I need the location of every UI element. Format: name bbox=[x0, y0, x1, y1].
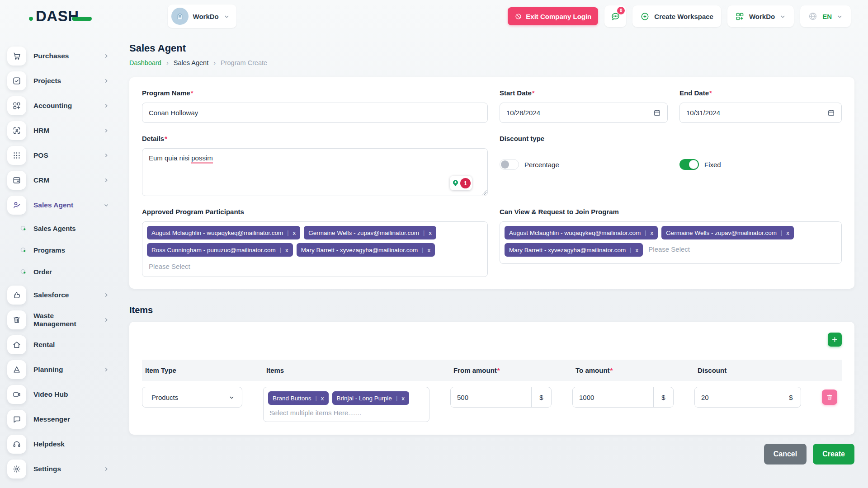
plus-circle-icon bbox=[640, 12, 650, 21]
fixed-toggle[interactable] bbox=[679, 159, 699, 170]
workspace-menu[interactable]: WorkDo bbox=[727, 5, 794, 27]
remove-tag-icon[interactable]: x bbox=[651, 230, 654, 236]
column-discount: Discount bbox=[694, 366, 801, 374]
from-amount-input[interactable] bbox=[451, 387, 531, 407]
suggestion-count-badge: 1 bbox=[460, 178, 471, 188]
top-bar: DASH WorkDo Exit Company Login 0 Create bbox=[0, 0, 868, 33]
grid-dots-icon bbox=[7, 146, 26, 165]
remove-tag-icon[interactable]: x bbox=[285, 247, 288, 253]
items-section-title: Items bbox=[129, 305, 854, 315]
remove-tag-icon[interactable]: x bbox=[293, 230, 296, 236]
breadcrumb: Dashboard › Sales Agent › Program Create bbox=[129, 59, 854, 66]
exit-company-login-button[interactable]: Exit Company Login bbox=[508, 7, 598, 25]
sidebar-item-planning[interactable]: Planning bbox=[7, 357, 115, 382]
items-multiselect[interactable]: Brand Buttons|x Brinjal - Long Purple|x … bbox=[263, 387, 429, 422]
sidebar-item-hrm[interactable]: HRM bbox=[7, 118, 115, 143]
add-item-row-button[interactable] bbox=[828, 333, 842, 347]
sidebar-item-projects[interactable]: Projects bbox=[7, 68, 115, 93]
main-content: Sales Agent Dashboard › Sales Agent › Pr… bbox=[118, 33, 868, 488]
create-workspace-label: Create Workspace bbox=[654, 13, 713, 20]
app-logo[interactable]: DASH bbox=[29, 8, 92, 25]
building-icon bbox=[175, 12, 184, 21]
percentage-toggle[interactable] bbox=[500, 159, 519, 170]
status-circle-icon bbox=[20, 225, 27, 232]
sidebar-item-settings[interactable]: Settings bbox=[7, 456, 115, 481]
exit-button-label: Exit Company Login bbox=[526, 13, 591, 20]
sidebar-item-helpdesk[interactable]: Helpdesk bbox=[7, 432, 115, 456]
program-name-input[interactable] bbox=[142, 103, 488, 123]
workspace-menu-label: WorkDo bbox=[749, 13, 775, 20]
participant-tag: Germaine Wells - zupav@mailinator.com|x bbox=[661, 226, 794, 239]
sidebar-item-salesforce[interactable]: Salesforce bbox=[7, 282, 115, 307]
discount-type-label: Discount type bbox=[500, 135, 842, 142]
sidebar-item-sales-agent[interactable]: Sales Agent bbox=[7, 192, 115, 217]
language-label: EN bbox=[822, 13, 832, 20]
sidebar-item-rental[interactable]: Rental bbox=[7, 332, 115, 357]
logo-dot bbox=[29, 17, 33, 21]
sidebar-subitem-programs[interactable]: Programs bbox=[7, 239, 115, 261]
remove-tag-icon[interactable]: x bbox=[786, 230, 789, 236]
remove-tag-icon[interactable]: x bbox=[427, 247, 430, 253]
language-menu[interactable]: EN bbox=[800, 5, 851, 27]
chevron-down-icon bbox=[228, 394, 235, 401]
participant-tag: August Mclaughlin - wuqaqykeq@mailinator… bbox=[147, 226, 300, 239]
discount-group: $ bbox=[694, 387, 801, 408]
create-button[interactable]: Create bbox=[813, 444, 854, 465]
calendar-icon[interactable] bbox=[827, 109, 835, 117]
sidebar-item-video-hub[interactable]: Video Hub bbox=[7, 382, 115, 407]
user-scan-icon bbox=[7, 121, 26, 140]
select-placeholder: Please Select bbox=[646, 243, 692, 255]
end-date-input[interactable]: 10/31/2024 bbox=[679, 103, 842, 123]
chevron-right-icon bbox=[103, 317, 109, 323]
item-tag: Brand Buttons|x bbox=[268, 391, 329, 405]
participant-tag: August Mclaughlin - wuqaqykeq@mailinator… bbox=[505, 226, 658, 239]
sidebar-item-purchases[interactable]: Purchases bbox=[7, 43, 115, 68]
participant-tag: Mary Barrett - xyvezagyha@mailinator.com… bbox=[505, 243, 643, 257]
sidebar-item-waste-management[interactable]: Waste Management bbox=[7, 307, 115, 332]
column-items: Items bbox=[263, 366, 429, 374]
sidebar: Purchases Projects Accounting HRM POS bbox=[0, 33, 118, 488]
breadcrumb-dashboard[interactable]: Dashboard bbox=[129, 59, 161, 66]
headset-icon bbox=[7, 435, 26, 454]
sidebar-subitem-sales-agents[interactable]: Sales Agents bbox=[7, 217, 115, 239]
sidebar-subitem-order[interactable]: Order bbox=[7, 261, 115, 282]
sidebar-item-pos[interactable]: POS bbox=[7, 143, 115, 168]
status-circle-icon bbox=[20, 247, 27, 253]
start-date-input[interactable]: 10/28/2024 bbox=[500, 103, 668, 123]
remove-tag-icon[interactable]: x bbox=[636, 247, 639, 253]
to-amount-input[interactable] bbox=[573, 387, 653, 407]
workspace-switcher[interactable]: WorkDo bbox=[168, 5, 236, 28]
to-amount-group: $ bbox=[572, 387, 674, 408]
remove-tag-icon[interactable]: x bbox=[401, 395, 405, 402]
breadcrumb-current: Program Create bbox=[221, 59, 267, 66]
approved-participants-select[interactable]: August Mclaughlin - wuqaqykeq@mailinator… bbox=[142, 221, 488, 277]
video-camera-icon bbox=[7, 385, 26, 404]
remove-tag-icon[interactable]: x bbox=[321, 395, 324, 402]
chevron-down-icon bbox=[223, 13, 230, 20]
start-date-label: Start Date* bbox=[500, 89, 668, 97]
percentage-option: Percentage bbox=[500, 159, 679, 170]
browser-card-icon bbox=[7, 171, 26, 190]
discount-input[interactable] bbox=[695, 387, 781, 407]
remove-tag-icon[interactable]: x bbox=[429, 230, 432, 236]
delete-row-button[interactable] bbox=[822, 389, 837, 405]
user-check-icon bbox=[7, 196, 26, 215]
message-icon bbox=[7, 410, 26, 429]
workspace-name: WorkDo bbox=[193, 13, 219, 20]
column-from-amount: From amount* bbox=[450, 366, 552, 374]
grammar-assistant-widget[interactable]: 1 bbox=[450, 176, 472, 190]
item-type-select[interactable]: Products bbox=[142, 387, 242, 408]
cancel-button[interactable]: Cancel bbox=[764, 444, 807, 465]
sidebar-item-accounting[interactable]: Accounting bbox=[7, 93, 115, 118]
sidebar-item-crm[interactable]: CRM bbox=[7, 168, 115, 192]
messages-badge: 0 bbox=[617, 7, 625, 14]
calendar-icon[interactable] bbox=[653, 109, 661, 117]
sidebar-item-messenger[interactable]: Messenger bbox=[7, 407, 115, 432]
messages-button[interactable]: 0 bbox=[604, 5, 626, 27]
items-table-header: Item Type Items From amount* To amount* … bbox=[142, 360, 842, 381]
details-textarea[interactable]: Eum quia nisi possim 1 bbox=[142, 148, 488, 196]
viewers-select[interactable]: August Mclaughlin - wuqaqykeq@mailinator… bbox=[500, 221, 842, 264]
create-workspace-button[interactable]: Create Workspace bbox=[632, 5, 721, 27]
logo-text: DASH bbox=[36, 8, 79, 25]
breadcrumb-sales-agent[interactable]: Sales Agent bbox=[174, 59, 208, 66]
